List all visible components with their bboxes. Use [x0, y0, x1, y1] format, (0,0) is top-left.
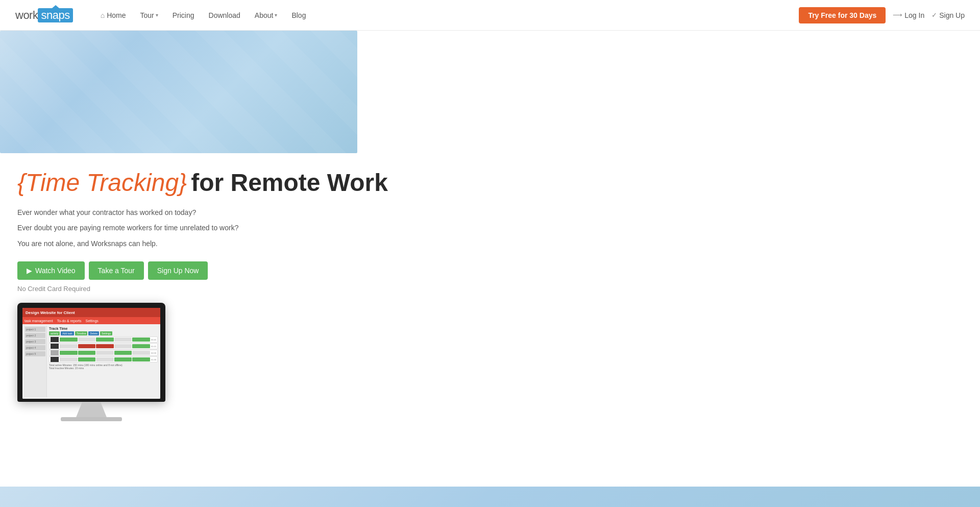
login-icon: ⟶	[893, 11, 902, 19]
about-caret-icon: ▾	[275, 12, 277, 18]
screen-btn-3: Timeline	[75, 331, 88, 335]
screen-nav-item-3: Settings	[86, 319, 99, 323]
screen-rows: 00:45	[49, 336, 158, 363]
row-bars-3	[60, 351, 150, 355]
hero-section: {Time Tracking} for Remote Work Ever won…	[17, 153, 391, 421]
screen-titlebar: Design Website for Client	[22, 308, 160, 317]
try-free-button[interactable]: Try Free for 30 Days	[799, 7, 886, 23]
sidebar-item-3: project 3	[25, 339, 45, 344]
main-content: {Time Tracking} for Remote Work Ever won…	[0, 153, 408, 442]
bar-green-1	[60, 337, 78, 342]
screen-footer: Total active Minutes: 150 mins (180 mins…	[49, 364, 158, 370]
bar-green-3	[132, 337, 150, 342]
bar-red-1	[78, 344, 96, 348]
page-wrapper: worksnaps ⌂ Home Tour ▾ Pricing Download…	[0, 0, 980, 507]
bar-grey-3	[60, 344, 78, 348]
monitor-frame: Design Website for Client task managemen…	[17, 303, 165, 402]
monitor-screen: Design Website for Client task managemen…	[22, 308, 160, 399]
bar-green-4	[132, 344, 150, 348]
row-text-1: 00:45	[151, 339, 156, 341]
sidebar-item-2: project 2	[25, 333, 45, 338]
brand-work-text: work	[15, 9, 38, 22]
hero-desc-1: Ever wonder what your contractor has wor…	[17, 207, 391, 218]
row-text-2: 01:15	[151, 345, 156, 348]
screen-nav-item-1: task management	[24, 319, 53, 323]
nav-tour[interactable]: Tour ▾	[133, 0, 165, 31]
screen-nav: task management To-do & reports Settings	[22, 317, 160, 324]
nav-about[interactable]: About ▾	[248, 0, 285, 31]
bar-grey-8	[96, 357, 114, 361]
monitor-base	[61, 417, 122, 421]
headline-curly: {Time Tracking}	[17, 168, 187, 197]
monitor-mockup: Design Website for Client task managemen…	[17, 303, 165, 421]
bar-green-2	[96, 337, 114, 342]
nav-pricing[interactable]: Pricing	[165, 0, 202, 31]
row-thumb-4	[51, 357, 59, 362]
hero-banner-image	[0, 31, 357, 153]
bar-green-7	[114, 351, 132, 355]
sidebar-item-5: project 5	[25, 351, 45, 356]
video-icon: ▶	[27, 267, 32, 275]
screen-row-1: 00:45	[49, 336, 158, 343]
row-text-4: 01:30	[151, 358, 156, 361]
bar-grey-4	[114, 344, 132, 348]
bar-green-5	[60, 351, 78, 355]
navbar: worksnaps ⌂ Home Tour ▾ Pricing Download…	[0, 0, 980, 31]
headline-bold: for Remote Work	[191, 168, 388, 197]
tour-caret-icon: ▾	[156, 12, 158, 18]
cta-buttons: ▶ Watch Video Take a Tour Sign Up Now	[17, 261, 391, 280]
signup-icon: ✓	[932, 11, 937, 19]
hero-desc-3: You are not alone, and Worksnaps can hel…	[17, 238, 391, 249]
screen-title: Design Website for Client	[26, 310, 75, 315]
home-icon: ⌂	[101, 11, 105, 19]
sidebar-item-4: project 4	[25, 345, 45, 350]
bar-green-10	[132, 357, 150, 361]
watch-video-button[interactable]: ▶ Watch Video	[17, 261, 85, 280]
bar-grey-5	[96, 351, 114, 355]
footer-line-2: Total Inactive Minutes: 20 mins	[49, 367, 158, 370]
sidebar-item-1: project 1	[25, 327, 45, 332]
nav-right: Try Free for 30 Days ⟶ Log In ✓ Sign Up	[799, 7, 965, 23]
row-bars-2	[60, 344, 150, 348]
bar-green-8	[78, 357, 96, 361]
nav-blog[interactable]: Blog	[284, 0, 313, 31]
screen-row-3: 02:00	[49, 350, 158, 356]
monitor-stand	[76, 402, 107, 417]
take-tour-button[interactable]: Take a Tour	[89, 261, 144, 280]
sign-up-now-button[interactable]: Sign Up Now	[148, 261, 208, 280]
row-text-3: 02:00	[151, 352, 156, 354]
screen-btn-5: Settings	[100, 331, 112, 335]
nav-links: ⌂ Home Tour ▾ Pricing Download About ▾ B…	[93, 0, 799, 31]
row-thumb-2	[51, 344, 59, 349]
screen-main: Track Time activity Add task Timeline De…	[48, 326, 159, 397]
login-link[interactable]: ⟶ Log In	[893, 11, 924, 19]
screen-btn-4: Delete	[88, 331, 99, 335]
hero-desc-2: Ever doubt you are paying remote workers…	[17, 222, 391, 233]
headline: {Time Tracking} for Remote Work	[17, 168, 391, 197]
nav-home[interactable]: ⌂ Home	[93, 0, 133, 31]
row-bars-1	[60, 337, 150, 342]
bar-green-6	[78, 351, 96, 355]
bar-grey-1	[78, 337, 96, 342]
row-bars-4	[60, 357, 150, 361]
signup-link[interactable]: ✓ Sign Up	[932, 11, 965, 19]
bar-green-9	[114, 357, 132, 361]
screen-row-4: 01:30	[49, 356, 158, 363]
bar-grey-7	[60, 357, 78, 361]
screen-sidebar: project 1 project 2 project 3 project 4 …	[24, 326, 47, 397]
nav-download[interactable]: Download	[202, 0, 248, 31]
screen-btn-1: activity	[49, 331, 60, 335]
screen-toolbar: activity Add task Timeline Delete Settin…	[49, 331, 158, 335]
brand-logo[interactable]: worksnaps	[15, 8, 73, 22]
screen-nav-item-2: To-do & reports	[57, 319, 82, 323]
bar-red-2	[96, 344, 114, 348]
screen-track-title: Track Time	[49, 327, 158, 330]
no-credit-card-text: No Credit Card Required	[17, 285, 391, 293]
bar-grey-2	[114, 337, 132, 342]
screen-btn-2: Add task	[61, 331, 74, 335]
row-thumb-3	[51, 350, 59, 355]
screen-body: project 1 project 2 project 3 project 4 …	[22, 324, 160, 399]
bottom-banner	[0, 487, 980, 507]
brand-snaps-text: snaps	[38, 8, 72, 22]
bar-grey-6	[132, 351, 150, 355]
